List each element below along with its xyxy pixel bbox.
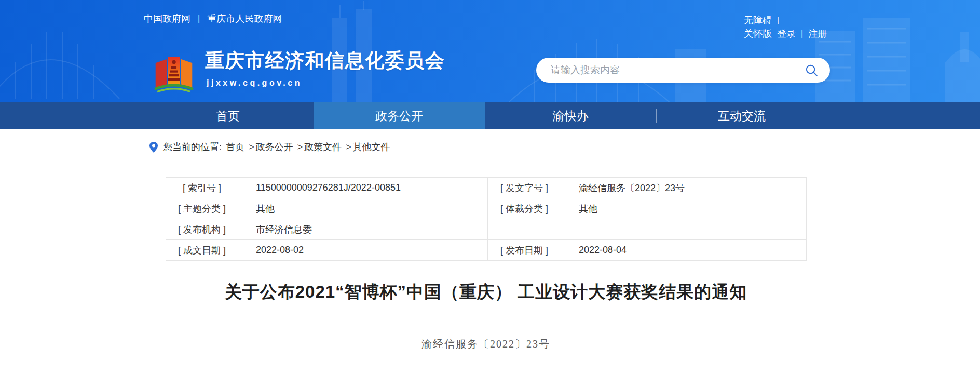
- table-row: [ 成文日期 ] 2022-08-02 [ 发布日期 ] 2022-08-04: [166, 240, 807, 261]
- utility-links: 无障碍 | 关怀版 登录 | 注册: [744, 14, 827, 41]
- document-number: 渝经信服务〔2022〕23号: [166, 337, 806, 351]
- breadcrumb-separator: >: [297, 142, 303, 153]
- breadcrumb-gov-info[interactable]: 政务公开: [256, 141, 293, 153]
- search-box[interactable]: [536, 58, 830, 83]
- meta-label-doc-symbol: [ 发文字号 ]: [488, 178, 561, 198]
- link-care-version[interactable]: 关怀版: [744, 27, 772, 41]
- nav-items: 首页 政务公开 渝快办 互动交流: [142, 102, 827, 129]
- brand-text: 重庆市经济和信息化委员会 jjxxw.cq.gov.cn: [205, 48, 445, 88]
- table-row: [ 主题分类 ] 其他 [ 体裁分类 ] 其他: [166, 198, 807, 219]
- link-accessibility[interactable]: 无障碍: [744, 14, 772, 27]
- table-row: [ 发布机构 ] 市经济信息委: [166, 219, 807, 240]
- table-row: [ 索引号 ] 11500000009276281J/2022-00851 [ …: [166, 178, 807, 198]
- link-login[interactable]: 登录: [777, 27, 796, 41]
- main-nav: 首页 政务公开 渝快办 互动交流: [0, 102, 980, 129]
- link-register[interactable]: 注册: [808, 27, 827, 41]
- gov-links-divider: |: [198, 14, 200, 23]
- meta-label-index-number: [ 索引号 ]: [166, 178, 238, 198]
- nav-item-interaction[interactable]: 互动交流: [656, 102, 827, 129]
- meta-value-topic-category: 其他: [238, 198, 488, 219]
- meta-value-publish-date: 2022-08-04: [561, 240, 807, 261]
- utility-divider-1: |: [777, 14, 779, 27]
- meta-label-topic-category: [ 主题分类 ]: [166, 198, 238, 219]
- nav-item-gov-info[interactable]: 政务公开: [314, 102, 485, 129]
- search-icon[interactable]: [805, 63, 819, 77]
- brand[interactable]: 重庆市经济和信息化委员会 jjxxw.cq.gov.cn: [152, 48, 445, 95]
- meta-value-index-number: 11500000009276281J/2022-00851: [238, 178, 488, 198]
- meta-empty-cell: [488, 219, 807, 240]
- meta-label-genre-category: [ 体裁分类 ]: [488, 198, 561, 219]
- breadcrumb-prefix: 您当前的位置:: [163, 141, 222, 153]
- meta-value-written-date: 2022-08-02: [238, 240, 488, 261]
- breadcrumb-home[interactable]: 首页: [226, 141, 244, 153]
- link-chongqing-gov[interactable]: 重庆市人民政府网: [207, 12, 282, 25]
- meta-value-doc-symbol: 渝经信服务〔2022〕23号: [561, 178, 807, 198]
- location-pin-icon: [149, 142, 158, 153]
- breadcrumb-policy-files[interactable]: 政策文件: [304, 141, 342, 153]
- nav-item-yukuaiban[interactable]: 渝快办: [485, 102, 656, 129]
- page: 中国政府网 | 重庆市人民政府网 无障碍 | 关怀版 登录 | 注册: [0, 0, 980, 387]
- meta-label-written-date: [ 成文日期 ]: [166, 240, 238, 261]
- utility-divider-2: |: [801, 27, 803, 41]
- link-china-gov[interactable]: 中国政府网: [144, 12, 190, 25]
- breadcrumb-separator: >: [346, 142, 351, 153]
- site-url: jjxxw.cq.gov.cn: [207, 78, 445, 88]
- agency-logo-icon: [152, 49, 196, 95]
- meta-value-issuing-agency: 市经济信息委: [238, 219, 488, 240]
- breadcrumb-other-files[interactable]: 其他文件: [353, 141, 390, 153]
- page-title: 关于公布2021“智博杯”中国（重庆） 工业设计大赛获奖结果的通知: [166, 281, 806, 304]
- search-input[interactable]: [551, 64, 805, 76]
- gov-links: 中国政府网 | 重庆市人民政府网: [144, 12, 282, 25]
- meta-value-genre-category: 其他: [561, 198, 807, 219]
- breadcrumb-separator: >: [249, 142, 254, 153]
- nav-item-home[interactable]: 首页: [142, 102, 314, 129]
- breadcrumb: 您当前的位置: 首页 > 政务公开 > 政策文件 > 其他文件: [149, 141, 390, 153]
- site-title: 重庆市经济和信息化委员会: [205, 48, 445, 74]
- document-meta-table: [ 索引号 ] 11500000009276281J/2022-00851 [ …: [166, 177, 807, 261]
- site-header: 中国政府网 | 重庆市人民政府网 无障碍 | 关怀版 登录 | 注册: [0, 0, 980, 102]
- meta-label-issuing-agency: [ 发布机构 ]: [166, 219, 238, 240]
- meta-label-publish-date: [ 发布日期 ]: [488, 240, 561, 261]
- title-divider: [166, 315, 806, 315]
